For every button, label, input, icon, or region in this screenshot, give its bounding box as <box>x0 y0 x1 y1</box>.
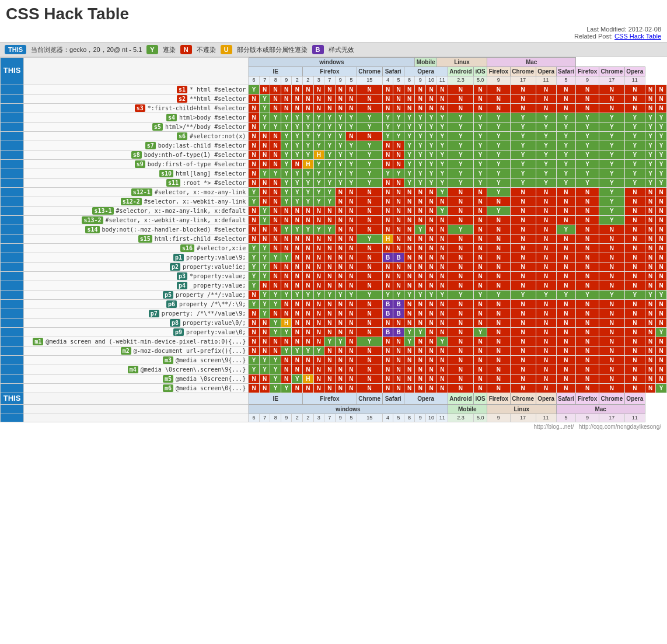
data-cell: N <box>259 327 270 337</box>
data-cell: N <box>393 215 404 225</box>
data-cell: N <box>556 346 576 355</box>
data-cell: N <box>599 262 624 271</box>
data-cell: N <box>259 318 270 327</box>
data-cell: Y <box>382 169 393 178</box>
data-cell: N <box>335 374 346 383</box>
data-cell: Y <box>281 383 292 393</box>
data-cell: N <box>404 85 415 94</box>
data-cell: Y <box>393 122 404 131</box>
data-cell: Y <box>281 187 292 197</box>
this-col-cell <box>1 197 24 206</box>
data-cell: N <box>404 215 415 225</box>
data-cell: Y <box>426 122 437 131</box>
row-label: p3*property:value; <box>24 271 249 281</box>
data-cell: N <box>656 94 667 103</box>
data-cell: N <box>510 271 536 281</box>
data-cell: Y <box>393 169 404 178</box>
table-row: s16#selector,x:ieYYNNNNNNNNNNNNNNNNNNNNN… <box>1 243 667 253</box>
data-cell: N <box>382 206 393 215</box>
data-cell: N <box>270 215 281 225</box>
data-cell: Y <box>656 141 667 150</box>
data-cell: N <box>335 103 346 113</box>
data-cell: Y <box>281 253 292 262</box>
data-cell: N <box>324 262 336 271</box>
data-cell: Y <box>249 281 260 290</box>
this-col-cell <box>1 122 24 131</box>
data-cell: Y <box>270 327 281 337</box>
data-cell: N <box>448 187 474 197</box>
data-cell: Y <box>281 122 292 131</box>
data-cell: Y <box>404 290 415 299</box>
data-cell: Y <box>292 187 303 197</box>
data-cell: N <box>292 103 303 113</box>
data-cell: N <box>415 318 426 327</box>
data-cell: Y <box>624 113 645 122</box>
this-col-cell <box>1 169 24 178</box>
data-cell: Y <box>303 131 314 141</box>
data-cell: N <box>510 262 536 271</box>
data-cell: N <box>382 346 393 355</box>
data-cell: N <box>382 197 393 206</box>
data-cell: N <box>599 299 624 309</box>
data-cell: Y <box>270 290 281 299</box>
firefox-sub-header: Firefox <box>303 67 357 76</box>
data-cell: N <box>324 215 336 225</box>
data-cell: N <box>510 234 536 243</box>
data-cell: Y <box>536 169 556 178</box>
data-cell: Y <box>324 122 336 131</box>
data-cell: Y <box>448 178 474 187</box>
table-row: m3@media screen\9{...}YYYNNNNNNNNNNNNNNN… <box>1 355 667 365</box>
data-cell: N <box>437 309 448 318</box>
data-cell: Y <box>437 337 448 346</box>
data-cell: N <box>624 253 645 262</box>
data-cell: N <box>313 318 324 327</box>
row-label: s13-2#selector, x:-webkit-any-link, x:de… <box>24 215 249 225</box>
data-cell: N <box>357 281 382 290</box>
data-cell: Y <box>510 169 536 178</box>
data-cell: N <box>335 365 346 374</box>
data-cell: N <box>415 271 426 281</box>
data-cell: N <box>292 206 303 215</box>
data-cell: N <box>415 355 426 365</box>
data-cell: N <box>624 103 645 113</box>
data-cell: N <box>576 337 599 346</box>
data-cell: N <box>357 271 382 281</box>
data-cell: N <box>357 262 382 271</box>
data-cell: N <box>576 374 599 383</box>
data-cell: N <box>249 215 260 225</box>
data-cell: N <box>249 131 260 141</box>
data-cell: N <box>415 103 426 113</box>
data-cell: Y <box>599 113 624 122</box>
data-cell: N <box>536 94 556 103</box>
data-cell: Y <box>259 365 270 374</box>
data-cell: N <box>437 327 448 337</box>
data-cell: N <box>404 309 415 318</box>
data-cell: N <box>415 299 426 309</box>
data-cell: N <box>303 103 314 113</box>
data-cell: N <box>303 215 314 225</box>
data-cell: N <box>324 94 336 103</box>
this-col-cell <box>1 131 24 141</box>
data-cell: H <box>303 159 314 169</box>
data-cell: N <box>487 197 510 206</box>
data-cell: N <box>448 271 474 281</box>
data-cell: N <box>624 234 645 243</box>
data-cell: N <box>292 215 303 225</box>
this-col-cell <box>1 225 24 234</box>
data-cell: N <box>335 85 346 94</box>
table-row: s9body:first-of-type #selectorNNNYNHYYYY… <box>1 159 667 169</box>
data-cell: Y <box>313 290 324 299</box>
data-cell: N <box>303 337 314 346</box>
data-cell: N <box>324 206 336 215</box>
windows-header: windows <box>249 58 415 67</box>
data-cell: N <box>536 262 556 271</box>
data-cell: N <box>303 383 314 393</box>
data-cell: N <box>536 243 556 253</box>
data-cell: N <box>556 187 576 197</box>
bottom-url: http://blog...net/ http://cqq.com/nongda… <box>0 422 667 431</box>
data-cell: N <box>313 215 324 225</box>
row-label: s14body:not(:-moz-handler-blocked) #sele… <box>24 225 249 234</box>
data-cell: N <box>393 197 404 206</box>
data-cell: Y <box>404 141 415 150</box>
data-cell: N <box>624 206 645 215</box>
